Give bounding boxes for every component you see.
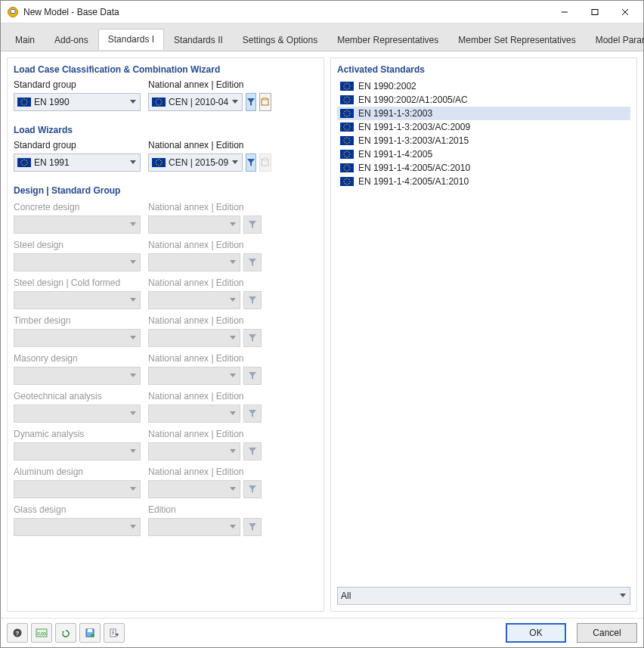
- svg-point-105: [348, 111, 349, 112]
- svg-point-101: [346, 116, 347, 116]
- design-row-label: Glass design: [14, 504, 141, 515]
- tab-addons[interactable]: Add-ons: [45, 29, 98, 50]
- svg-point-107: [348, 115, 349, 116]
- chevron-down-icon: [129, 487, 137, 491]
- design-row-annex-label: National annex | Edition: [148, 353, 262, 364]
- tab-strip: Main Add-ons Standards I Standards II Se…: [1, 23, 643, 51]
- svg-point-116: [348, 129, 349, 129]
- design-row-annex-label: National annex | Edition: [148, 391, 262, 402]
- maximize-button[interactable]: [580, 1, 610, 23]
- tab-standards-i[interactable]: Standards I: [98, 29, 164, 50]
- activated-standard-label: EN 1991-1-4:2005: [358, 149, 432, 160]
- select-std-group-1[interactable]: EN 1990: [14, 93, 141, 111]
- eu-flag-icon: [340, 95, 354, 104]
- export-button[interactable]: [104, 623, 125, 643]
- svg-point-141: [348, 166, 349, 166]
- activated-standards-title: Activated Standards: [337, 64, 630, 75]
- activated-standard-item[interactable]: EN 1991-1-4:2005/A1:2010: [337, 175, 630, 188]
- select-annex-1[interactable]: CEN | 2010-04: [148, 93, 243, 111]
- chevron-down-icon: [129, 336, 137, 340]
- svg-rect-164: [112, 632, 114, 633]
- svg-point-143: [348, 169, 349, 170]
- svg-point-48: [156, 164, 157, 165]
- svg-point-12: [26, 101, 27, 102]
- activated-standard-item[interactable]: EN 1991-1-3:2003: [337, 107, 630, 120]
- svg-marker-76: [230, 487, 236, 491]
- svg-point-131: [345, 152, 345, 153]
- svg-point-97: [345, 101, 345, 102]
- svg-marker-55: [230, 222, 236, 226]
- activated-standard-label: EN 1991-1-3:2003/A1:2015: [358, 135, 469, 146]
- design-row-select: [14, 329, 141, 347]
- ok-button[interactable]: OK: [506, 623, 566, 643]
- filter-button-1[interactable]: [246, 93, 256, 111]
- design-row-annex-select: [148, 367, 240, 385]
- svg-point-122: [345, 138, 345, 139]
- save-template-button[interactable]: [79, 623, 101, 643]
- activated-standard-item[interactable]: EN 1991-1-4:2005/AC:2010: [337, 161, 630, 175]
- design-row-label: Geotechnical analysis: [14, 391, 141, 402]
- tab-member-representatives[interactable]: Member Representatives: [327, 29, 448, 50]
- eu-flag-icon: [152, 98, 166, 107]
- svg-point-128: [346, 157, 347, 157]
- chevron-down-icon: [229, 374, 237, 378]
- units-button[interactable]: 0,00: [31, 623, 52, 643]
- svg-point-89: [348, 88, 349, 88]
- design-row-label: Aluminum design: [14, 467, 141, 477]
- svg-point-152: [348, 183, 349, 184]
- svg-point-111: [343, 126, 344, 127]
- activated-standard-item[interactable]: EN 1990:2002/A1:2005/AC: [337, 93, 630, 107]
- svg-marker-153: [620, 594, 626, 597]
- svg-point-47: [160, 160, 161, 161]
- activated-standard-item[interactable]: EN 1991-1-3:2003/A1:2015: [337, 134, 630, 147]
- svg-text:?: ?: [16, 630, 20, 637]
- svg-marker-69: [130, 411, 136, 415]
- svg-point-15: [22, 104, 23, 104]
- section-design-title: Design | Standard Group: [14, 185, 317, 196]
- svg-point-82: [346, 82, 347, 83]
- cancel-button[interactable]: Cancel: [577, 623, 637, 643]
- svg-point-140: [345, 166, 345, 166]
- tab-standards-ii[interactable]: Standards II: [164, 29, 233, 50]
- help-button[interactable]: ?: [7, 623, 28, 643]
- design-row-annex-label: National annex | Edition: [148, 467, 262, 477]
- minimize-button[interactable]: [550, 1, 580, 23]
- tab-member-set-representatives[interactable]: Member Set Representatives: [448, 29, 585, 50]
- tab-model-parameters[interactable]: Model Parameters: [586, 29, 644, 50]
- design-row-filter-button: [243, 480, 262, 498]
- eu-flag-icon: [340, 82, 354, 91]
- design-row-annex-select: [148, 405, 240, 423]
- tab-settings-options[interactable]: Settings & Options: [233, 29, 327, 50]
- design-row-annex-label: National annex | Edition: [148, 202, 262, 212]
- svg-point-136: [346, 164, 347, 165]
- chevron-down-icon: [129, 374, 137, 378]
- svg-marker-60: [130, 298, 136, 302]
- select-std-group-2-value: EN 1991: [34, 157, 126, 168]
- svg-point-161: [91, 634, 94, 637]
- chevron-down-icon: [229, 487, 237, 491]
- reset-button[interactable]: [55, 623, 76, 643]
- activated-filter-select[interactable]: All: [337, 587, 630, 605]
- svg-marker-62: [249, 296, 256, 304]
- svg-point-148: [349, 181, 350, 181]
- svg-point-95: [345, 98, 345, 98]
- svg-marker-70: [230, 411, 236, 415]
- svg-point-26: [160, 104, 161, 104]
- chevron-down-icon: [129, 449, 137, 454]
- close-button[interactable]: [610, 1, 640, 23]
- svg-point-104: [345, 111, 345, 112]
- design-row-annex-label: Edition: [148, 504, 262, 515]
- activated-standard-item[interactable]: EN 1991-1-3:2003/AC:2009: [337, 120, 630, 134]
- svg-marker-73: [230, 449, 236, 453]
- svg-point-103: [349, 113, 350, 113]
- design-row-select: [14, 480, 141, 498]
- activated-standard-item[interactable]: EN 1990:2002: [337, 79, 630, 93]
- select-annex-2[interactable]: CEN | 2015-09: [148, 153, 243, 172]
- open-standard-button-1[interactable]: [259, 93, 271, 111]
- select-std-group-2[interactable]: EN 1991: [14, 153, 141, 172]
- activated-standard-item[interactable]: EN 1991-1-4:2005: [337, 147, 630, 161]
- chevron-down-icon: [229, 525, 237, 529]
- tab-main[interactable]: Main: [5, 29, 45, 50]
- filter-button-2[interactable]: [246, 153, 256, 172]
- design-row-annex-select: [148, 480, 240, 498]
